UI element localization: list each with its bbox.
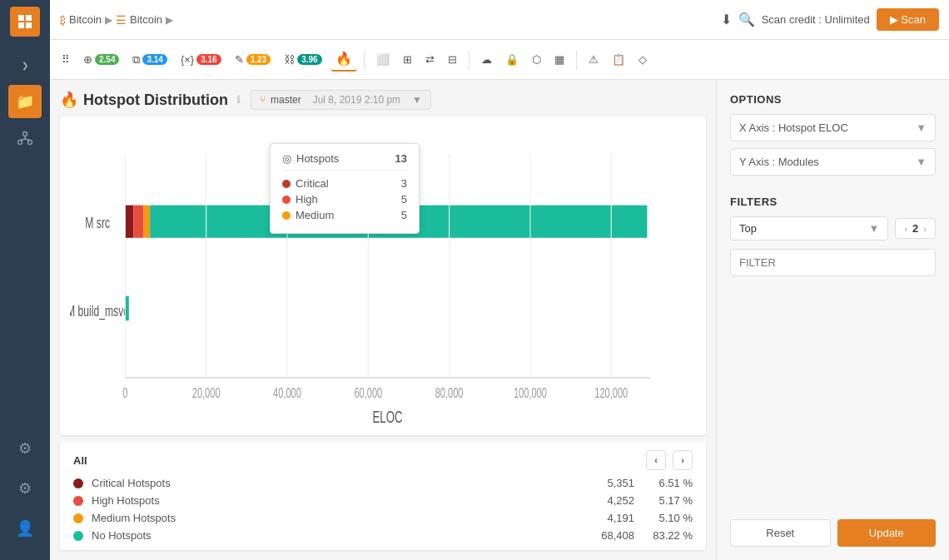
sidebar-item-config[interactable]: ⚙ xyxy=(8,472,42,505)
tool-grid2[interactable]: ⊞ xyxy=(398,50,417,69)
chart-tooltip: ◎ Hotspots 13 Critical 3 High 5 xyxy=(270,143,420,234)
breadcrumb-sep-1: ▶ xyxy=(105,14,112,26)
filters-title: FILTERS xyxy=(730,196,936,208)
clone-badge: 3.14 xyxy=(142,54,166,65)
topbar-right: ⬇ 🔍 Scan credit : Unlimited ▶ Scan xyxy=(721,8,939,31)
branch-date: Jul 8, 2019 2:10 pm xyxy=(313,94,400,106)
sidebar: ❯ 📁 ⚙ ⚙ 👤 xyxy=(0,0,50,560)
chart-svg-container: M src M build_msvc 68,384 xyxy=(70,126,696,425)
tool-clipboard[interactable]: 📋 xyxy=(607,50,630,69)
svg-rect-14 xyxy=(143,206,150,238)
chart-title-text: Hotspot Distribution xyxy=(83,92,228,109)
breadcrumb-item-2[interactable]: Bitcoin xyxy=(130,13,162,26)
medium-label: Medium Hotspots xyxy=(92,512,568,524)
chart-title: 🔥 Hotspot Distribution ℹ xyxy=(60,91,241,109)
medium-pct: 5.10 % xyxy=(634,512,693,524)
breadcrumb-item-1[interactable]: Bitcoin xyxy=(69,13,102,26)
tool-box[interactable]: ⬜ xyxy=(371,50,395,69)
tool-hotspot[interactable]: 🔥 xyxy=(330,47,357,72)
tool-vars[interactable]: {×} 3.16 xyxy=(176,50,226,69)
download-icon[interactable]: ⬇ xyxy=(721,12,732,27)
box-icon: ⬜ xyxy=(376,53,390,66)
svg-rect-13 xyxy=(133,206,143,238)
tool-diamond[interactable]: ◇ xyxy=(633,50,652,69)
breadcrumb-sep-2: ▶ xyxy=(166,14,173,26)
app-logo[interactable] xyxy=(10,7,40,37)
sidebar-item-folder[interactable]: 📁 xyxy=(8,85,42,118)
tool-cloud[interactable]: ☁ xyxy=(476,50,497,69)
legend-table: All ‹ › Critical Hotspots 5,351 6.51 % xyxy=(60,442,706,550)
sidebar-item-collapse[interactable]: ❯ xyxy=(8,48,42,82)
breadcrumb: ₿ Bitcoin ▶ ☰ Bitcoin ▶ xyxy=(60,13,714,27)
sidebar-item-user[interactable]: 👤 xyxy=(8,512,42,545)
legend-title: All ‹ › xyxy=(73,450,693,470)
legend-next-button[interactable]: › xyxy=(673,450,693,470)
x-axis-select[interactable]: X Axis : Hotspot ELOC ▼ xyxy=(730,114,936,141)
high-label: High Hotspots xyxy=(92,494,568,507)
breadcrumb-icon-2: ☰ xyxy=(116,13,127,27)
critical-color-dot xyxy=(73,478,83,488)
reset-button[interactable]: Reset xyxy=(730,519,831,547)
tool-swap[interactable]: ⇄ xyxy=(420,50,440,69)
tool-warning[interactable]: ⚠ xyxy=(584,50,604,69)
filter-top-arrow: ▼ xyxy=(869,222,880,235)
none-color-dot xyxy=(73,531,83,541)
y-axis-select[interactable]: Y Axis : Modules ▼ xyxy=(730,148,936,176)
svg-line-9 xyxy=(25,139,30,141)
tool-grid[interactable]: ⠿ xyxy=(57,50,75,69)
none-pct: 83.22 % xyxy=(634,529,693,542)
filter-top-select[interactable]: Top ▼ xyxy=(730,216,888,240)
high-color-dot xyxy=(73,496,83,506)
tool-edit[interactable]: ✎ 1.23 xyxy=(230,50,276,69)
tool-separator-1 xyxy=(364,50,365,70)
list-item: High Hotspots 4,252 5.17 % xyxy=(73,494,693,507)
svg-text:120,000: 120,000 xyxy=(594,385,628,401)
svg-rect-17 xyxy=(125,296,128,320)
tool-hex[interactable]: ⬡ xyxy=(527,50,546,69)
edit-badge: 1.23 xyxy=(246,54,271,65)
filter-num-next[interactable]: › xyxy=(922,224,928,234)
swap-icon: ⇄ xyxy=(425,53,435,66)
sidebar-item-structure[interactable] xyxy=(8,121,42,155)
critical-value: 5,351 xyxy=(568,477,634,489)
svg-text:0: 0 xyxy=(122,385,127,401)
tool-lock[interactable]: 🔒 xyxy=(500,50,524,69)
legend-rows: Critical Hotspots 5,351 6.51 % High Hots… xyxy=(73,477,693,542)
list-item: Medium Hotspots 4,191 5.10 % xyxy=(73,512,693,524)
scan-button[interactable]: ▶ Scan xyxy=(877,8,939,31)
main-content: ₿ Bitcoin ▶ ☰ Bitcoin ▶ ⬇ 🔍 Scan credit … xyxy=(50,0,949,560)
globe-icon: ⊕ xyxy=(83,53,92,66)
toolbar: ⠿ ⊕ 2.54 ⧉ 3.14 {×} 3.16 ✎ 1.23 ⛓ 3.96 🔥… xyxy=(50,40,949,80)
breadcrumb-icon: ₿ xyxy=(60,13,66,27)
topbar: ₿ Bitcoin ▶ ☰ Bitcoin ▶ ⬇ 🔍 Scan credit … xyxy=(50,0,949,40)
search-icon[interactable]: 🔍 xyxy=(738,12,755,27)
tool-chain[interactable]: ⛓ 3.96 xyxy=(279,50,326,69)
svg-rect-3 xyxy=(26,22,32,28)
medium-value: 4,191 xyxy=(568,512,634,524)
svg-rect-2 xyxy=(18,22,24,28)
tool-globe[interactable]: ⊕ 2.54 xyxy=(78,50,124,69)
diamond-icon: ◇ xyxy=(638,53,647,66)
filters-section: FILTERS Top ▼ ‹ 2 › xyxy=(730,196,936,276)
tooltip-critical-label: Critical xyxy=(296,177,401,190)
branch-info[interactable]: ⑂ master Jul 8, 2019 2:10 pm ▼ xyxy=(251,90,431,110)
legend-prev-button[interactable]: ‹ xyxy=(646,450,666,470)
high-value: 4,252 xyxy=(568,494,634,507)
tool-table[interactable]: ⊟ xyxy=(443,50,462,69)
sidebar-item-settings[interactable]: ⚙ xyxy=(8,432,42,465)
critical-dot xyxy=(282,180,291,188)
update-button[interactable]: Update xyxy=(837,519,937,547)
vars-badge: 3.16 xyxy=(196,54,221,65)
filter-num-prev[interactable]: ‹ xyxy=(902,224,909,234)
svg-text:60,000: 60,000 xyxy=(354,385,382,401)
filter-input[interactable] xyxy=(730,249,936,276)
svg-text:M src: M src xyxy=(85,215,110,231)
tool-clone[interactable]: ⧉ 3.14 xyxy=(127,50,171,70)
tooltip-row-high: High 5 xyxy=(282,193,407,206)
tool-tiles[interactable]: ▦ xyxy=(549,50,569,69)
chart-title-icon: 🔥 xyxy=(60,91,78,109)
svg-text:80,000: 80,000 xyxy=(435,385,464,401)
chart-panel: M src M build_msvc 68,384 xyxy=(60,116,706,435)
warning-icon: ⚠ xyxy=(589,53,599,66)
chart-header: 🔥 Hotspot Distribution ℹ ⑂ master Jul 8,… xyxy=(60,90,706,110)
